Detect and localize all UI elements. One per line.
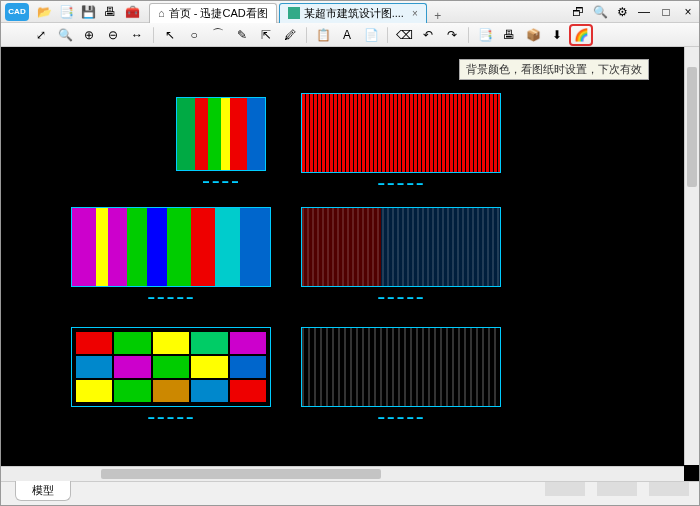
tab-label: 某超市建筑设计图.... [304,6,404,21]
tab-label: 首页 - 迅捷CAD看图 [169,6,268,21]
floorplan-4: ▬ ▬ ▬ ▬ ▬ [301,207,501,287]
select-icon[interactable]: ↖ [160,26,180,44]
drawings-group: ▬ ▬ ▬ ▬ ▬ ▬ ▬ ▬ ▬ ▬ ▬ ▬ ▬ ▬ [1,47,699,481]
separator [387,27,388,43]
print-icon[interactable]: 🖶 [102,4,118,20]
undo-icon[interactable]: ↶ [418,26,438,44]
download-icon[interactable]: ⬇ [547,26,567,44]
document-icon [288,7,300,19]
circle-icon[interactable]: ○ [184,26,204,44]
app-window: CAD 📂 📑 💾 🖶 🧰 ⌂ 首页 - 迅捷CAD看图 某超市建筑设计图...… [0,0,700,506]
model-tab[interactable]: 模型 [15,481,71,501]
status-box [649,482,689,496]
open-file-icon[interactable]: 📂 [36,4,52,20]
measure-icon[interactable]: ⇱ [256,26,276,44]
save-icon[interactable]: 💾 [80,4,96,20]
fit-view-icon[interactable]: ⤢ [31,26,51,44]
zoom-window-icon[interactable]: 🔍 [55,26,75,44]
export-icon[interactable]: 📑 [475,26,495,44]
pencil-icon[interactable]: ✎ [232,26,252,44]
home-icon: ⌂ [158,7,165,19]
convert-icon[interactable]: 📑 [58,4,74,20]
clipboard-icon[interactable]: 📋 [313,26,333,44]
separator [468,27,469,43]
pan-icon[interactable]: ↔ [127,26,147,44]
scroll-thumb[interactable] [101,469,381,479]
settings-icon[interactable]: ⚙ [614,4,630,20]
separator [153,27,154,43]
floorplan-2: ▬ ▬ ▬ ▬ ▬ [301,93,501,173]
background-color-button[interactable]: 🌈 [571,26,591,44]
redo-icon[interactable]: ↷ [442,26,462,44]
floorplan-1: ▬ ▬ ▬ ▬ [176,97,266,171]
window-controls: 🗗 🔍 ⚙ — □ × [567,4,699,20]
zoom-out-icon[interactable]: ⊖ [103,26,123,44]
scrollbar-vertical[interactable] [684,47,699,465]
zoom-in-icon[interactable]: ⊕ [79,26,99,44]
tab-document[interactable]: 某超市建筑设计图.... × [279,3,427,23]
magnify-icon[interactable]: 🔍 [592,4,608,20]
minimize-button[interactable]: — [636,4,652,20]
status-box [545,482,585,496]
arc-icon[interactable]: ⌒ [208,26,228,44]
statusbar [545,482,699,496]
toolbox-icon[interactable]: 🧰 [124,4,140,20]
3d-icon[interactable]: 📦 [523,26,543,44]
annotate-icon[interactable]: 🖉 [280,26,300,44]
titlebar: CAD 📂 📑 💾 🖶 🧰 ⌂ 首页 - 迅捷CAD看图 某超市建筑设计图...… [1,1,699,23]
scrollbar-horizontal[interactable] [1,466,684,481]
floorplan-5: ▬ ▬ ▬ ▬ ▬ [71,327,271,407]
drawing-canvas[interactable]: 背景颜色，看图纸时设置，下次有效 ▬ ▬ ▬ ▬ ▬ ▬ ▬ ▬ ▬ [1,47,699,481]
new-tab-button[interactable]: + [429,9,447,23]
tab-close-icon[interactable]: × [412,8,418,19]
document-tabs: ⌂ 首页 - 迅捷CAD看图 某超市建筑设计图.... × + [149,1,447,23]
separator [306,27,307,43]
app-logo: CAD [5,3,29,21]
bottom-tabstrip: 模型 [1,481,699,505]
floorplan-6: ▬ ▬ ▬ ▬ ▬ [301,327,501,407]
tab-home[interactable]: ⌂ 首页 - 迅捷CAD看图 [149,3,277,23]
text-icon[interactable]: A [337,26,357,44]
erase-icon[interactable]: ⌫ [394,26,414,44]
maximize-button[interactable]: □ [658,4,674,20]
floorplan-3: ▬ ▬ ▬ ▬ ▬ [71,207,271,287]
status-box [597,482,637,496]
layer-icon[interactable]: 📄 [361,26,381,44]
batch-icon[interactable]: 🗗 [570,4,586,20]
window-close-button[interactable]: × [680,4,696,20]
scroll-thumb[interactable] [687,67,697,187]
toolbar: ⤢ 🔍 ⊕ ⊖ ↔ ↖ ○ ⌒ ✎ ⇱ 🖉 📋 A 📄 ⌫ ↶ ↷ 📑 🖶 📦 … [1,23,699,47]
print-tool-icon[interactable]: 🖶 [499,26,519,44]
